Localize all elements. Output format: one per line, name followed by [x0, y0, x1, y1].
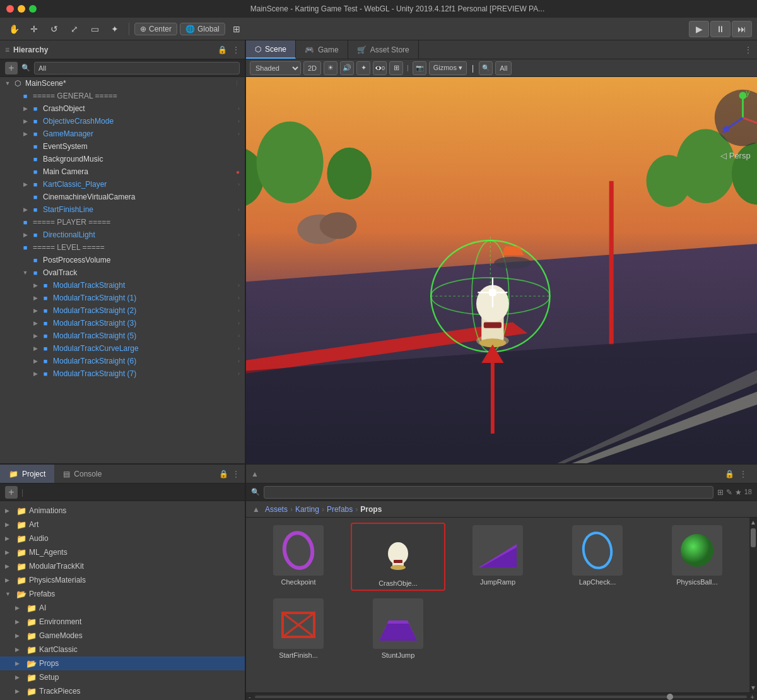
tree-item-modstraight7[interactable]: ▶ ■ ModularTrackStraight (7) ›	[0, 367, 245, 380]
play-button[interactable]: ▶	[689, 21, 709, 37]
hide-icon[interactable]: 👁‍🗨0	[373, 61, 387, 75]
tree-item-ovaltrack[interactable]: ▼ ■ OvalTrack	[0, 266, 245, 279]
assets-icon-3[interactable]: ★	[735, 488, 742, 497]
folder-physics[interactable]: ▶ 📁 PhysicsMaterials	[0, 573, 245, 587]
tree-item-general-sep[interactable]: ■ ===== GENERAL =====	[0, 90, 245, 102]
breadcrumb-scroll-btn[interactable]: ▲	[252, 505, 260, 514]
grid-tool-button[interactable]: ⊞	[228, 20, 245, 38]
assets-lock-icon[interactable]: 🔒	[725, 470, 734, 478]
hierarchy-search-input[interactable]	[34, 62, 240, 74]
asset-crashobject[interactable]: CrashObje...	[351, 523, 445, 591]
assets-search-input[interactable]	[264, 486, 713, 499]
zoom-in-icon[interactable]: +	[751, 693, 754, 701]
pause-button[interactable]: ⏸	[710, 21, 731, 37]
all-button[interactable]: All	[495, 61, 512, 75]
grid-icon[interactable]: ⊞	[389, 61, 403, 75]
folder-prefabs[interactable]: ▼ 📂 Prefabs	[0, 587, 245, 601]
project-tree[interactable]: ▶ 📁 Animations ▶ 📁 Art ▶ 📁 Audio ▶ 📁	[0, 501, 245, 700]
gizmos-button[interactable]: Gizmos ▾	[429, 61, 467, 75]
expand-arrow[interactable]: ▶	[30, 358, 40, 364]
effects-icon[interactable]: ✦	[356, 61, 370, 75]
tree-item-level-sep[interactable]: ■ ===== LEVEL =====	[0, 241, 245, 254]
folder-animations[interactable]: ▶ 📁 Animations	[0, 504, 245, 518]
folder-modular[interactable]: ▶ 📁 ModularTrackKit	[0, 559, 245, 573]
maximize-button[interactable]	[29, 5, 37, 13]
rect-tool-button[interactable]: ▭	[86, 20, 103, 38]
breadcrumb-props[interactable]: Props	[360, 505, 382, 514]
tab-console[interactable]: ▤ Console	[54, 465, 110, 483]
folder-props[interactable]: ▶ 📂 Props	[0, 656, 245, 670]
folder-ml-agents[interactable]: ▶ 📁 ML_Agents	[0, 545, 245, 559]
breadcrumb-prefabs[interactable]: Prefabs	[327, 505, 353, 514]
expand-arrow[interactable]: ▶	[30, 345, 40, 352]
tree-item-modstraight3[interactable]: ▶ ■ ModularTrackStraight (3) ›	[0, 317, 245, 329]
project-add-button[interactable]: +	[5, 486, 18, 499]
tree-item-crashobject[interactable]: ▶ ■ CrashObject ›	[0, 102, 245, 115]
expand-arrow[interactable]: ▶	[30, 371, 40, 377]
breadcrumb-assets[interactable]: Assets	[265, 505, 288, 514]
lighting-icon[interactable]: ☀	[324, 61, 337, 75]
expand-arrow[interactable]: ▶	[30, 333, 40, 339]
expand-arrow[interactable]: ▶	[30, 307, 40, 314]
breadcrumb-karting[interactable]: Karting	[295, 505, 319, 514]
expand-arrow[interactable]: ▶	[30, 282, 40, 288]
zoom-thumb[interactable]	[667, 694, 673, 700]
tree-item-kartplayer[interactable]: ▶ ■ KartClassic_Player ›	[0, 178, 245, 191]
2d-toggle-button[interactable]: 2D	[303, 61, 321, 75]
project-menu-icon[interactable]: ⋮	[232, 470, 240, 478]
tree-item-maincamera[interactable]: ▶ ■ Main Camera ●	[0, 165, 245, 178]
folder-setup[interactable]: ▶ 📁 Setup	[0, 670, 245, 684]
tree-item-modstraight6[interactable]: ▶ ■ ModularTrackStraight (6) ›	[0, 355, 245, 367]
asset-checkpoint[interactable]: Checkpoint	[251, 523, 346, 591]
expand-arrow[interactable]: ▼	[3, 80, 13, 86]
close-button[interactable]	[6, 5, 14, 13]
tree-item-postprocess[interactable]: ▶ ■ PostProcessVolume	[0, 254, 245, 266]
scroll-up-icon[interactable]: ▲	[251, 470, 259, 478]
expand-arrow[interactable]: ▶	[20, 206, 30, 213]
tree-item-bgmusic[interactable]: ▶ ■ BackgroundMusic	[0, 153, 245, 165]
assets-menu-icon[interactable]: ⋮	[739, 470, 747, 478]
tree-context-icon[interactable]: ⋮	[234, 80, 240, 86]
expand-arrow[interactable]: ▶	[20, 131, 30, 137]
tree-item-startfinish[interactable]: ▶ ■ StartFinishLine ›	[0, 203, 245, 216]
step-button[interactable]: ⏭	[732, 21, 752, 37]
scroll-up-btn[interactable]: ▲	[750, 519, 756, 526]
expand-arrow[interactable]: ▶	[30, 320, 40, 326]
space-toggle[interactable]: 🌐 Global	[180, 23, 225, 35]
window-controls[interactable]	[6, 5, 37, 13]
camera-icon[interactable]: 📷	[413, 61, 426, 75]
expand-arrow[interactable]: ▶	[20, 118, 30, 124]
menu-icon[interactable]: ⋮	[232, 45, 240, 54]
hierarchy-tree[interactable]: ▼ ⬡ MainScene* ⋮ ■ ===== GENERAL ===== ▶…	[0, 77, 245, 463]
assets-icon-1[interactable]: ⊞	[717, 488, 724, 497]
asset-physicsball[interactable]: PhysicsBall...	[650, 523, 744, 591]
tree-item-objectivecrash[interactable]: ▶ ■ ObjectiveCrashMode ›	[0, 115, 245, 128]
scroll-down-btn[interactable]: ▼	[750, 684, 756, 691]
tab-scene[interactable]: ⬡ Scene	[246, 40, 296, 59]
zoom-out-icon[interactable]: -	[249, 693, 251, 701]
tree-item-mainscene[interactable]: ▼ ⬡ MainScene* ⋮	[0, 77, 245, 90]
tree-item-eventsystem[interactable]: ▶ ■ EventSystem	[0, 140, 245, 153]
move-tool-button[interactable]: ✛	[25, 20, 43, 38]
audio-icon[interactable]: 🔊	[340, 61, 354, 75]
tab-asset-store[interactable]: 🛒 Asset Store	[348, 40, 419, 59]
scale-tool-button[interactable]: ⤢	[66, 20, 83, 38]
folder-audio[interactable]: ▶ 📁 Audio	[0, 531, 245, 545]
scene-menu-icon[interactable]: ⋮	[744, 45, 752, 54]
scene-view[interactable]: y x z ◁ Persp	[246, 77, 757, 463]
assets-grid-area[interactable]: Checkpoint	[246, 518, 749, 692]
search-scene-icon[interactable]: 🔍	[479, 61, 493, 75]
hierarchy-add-button[interactable]: +	[5, 62, 18, 74]
assets-scrollbar[interactable]: ▲ ▼	[749, 518, 757, 692]
expand-arrow[interactable]: ▶	[20, 105, 30, 112]
folder-trackpieces[interactable]: ▶ 📁 TrackPieces	[0, 684, 245, 698]
tree-item-cinemachine[interactable]: ▶ ■ CinemachineVirtualCamera	[0, 191, 245, 203]
tree-item-modcurve[interactable]: ▶ ■ ModularTrackCurveLarge ›	[0, 342, 245, 355]
asset-jumpramp[interactable]: JumpRamp	[450, 523, 545, 591]
tab-project[interactable]: 📁 Project	[0, 465, 54, 483]
tree-item-gamemanager[interactable]: ▶ ■ GameManager ›	[0, 128, 245, 140]
lock-icon[interactable]: 🔒	[218, 45, 227, 54]
project-lock-icon[interactable]: 🔒	[219, 470, 228, 478]
tree-item-modstraight2[interactable]: ▶ ■ ModularTrackStraight (2) ›	[0, 304, 245, 317]
tab-game[interactable]: 🎮 Game	[296, 40, 348, 59]
